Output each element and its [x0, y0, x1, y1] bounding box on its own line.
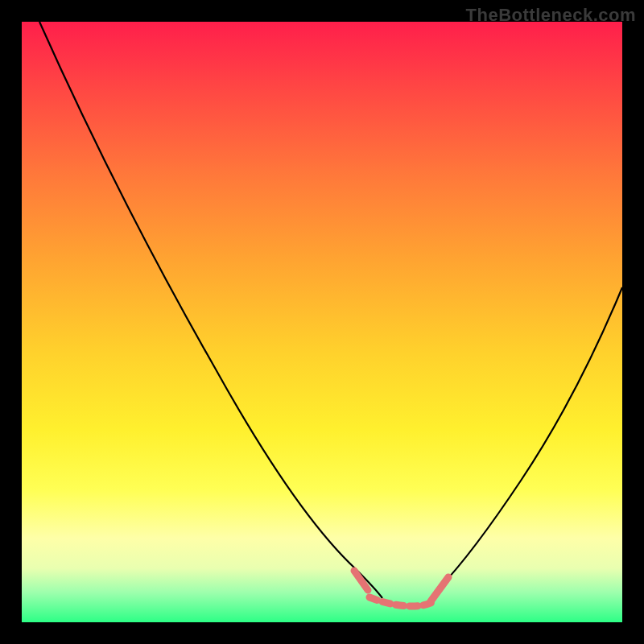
curve-left-descent: [39, 22, 382, 598]
bottleneck-curve: [22, 22, 622, 622]
flat-bottom-dash: [369, 597, 434, 606]
curve-right-ascent: [440, 287, 622, 587]
plot-area: [22, 22, 622, 622]
chart-stage: TheBottleneck.com: [0, 0, 644, 644]
flat-accent-right: [431, 577, 448, 601]
